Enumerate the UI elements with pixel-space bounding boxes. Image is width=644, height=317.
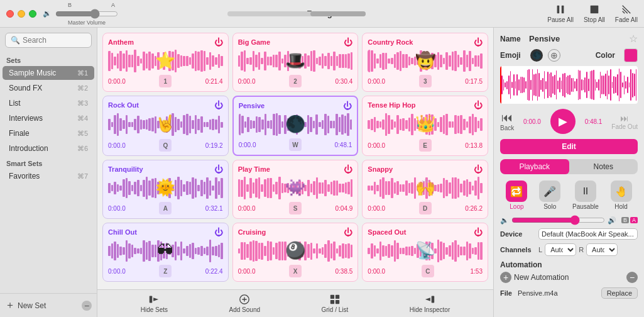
- search-input[interactable]: [23, 36, 86, 45]
- key-badge[interactable]: D: [419, 202, 432, 214]
- fade-all-button[interactable]: Fade All: [615, 4, 638, 23]
- hide-sets-button[interactable]: Hide Sets: [141, 294, 168, 313]
- sound-emoji: 🌞: [155, 178, 175, 197]
- svg-rect-7: [330, 300, 334, 304]
- sound-waveform-body: 🤠: [368, 50, 483, 72]
- key-badge[interactable]: 1: [159, 75, 172, 87]
- pausable-button[interactable]: ⏸ Pausable: [572, 181, 599, 210]
- remove-set-button[interactable]: −: [82, 301, 92, 311]
- grid-list-icon: [329, 294, 341, 305]
- sound-emoji: 🕶: [157, 241, 173, 260]
- minimize-button[interactable]: [18, 10, 25, 18]
- sound-card-header: Cruising ⏻: [238, 227, 353, 237]
- sidebar-item-interviews[interactable]: Interviews ⌘4: [3, 111, 94, 125]
- remove-automation-button[interactable]: −: [626, 272, 638, 283]
- time-end: 0:26.2: [465, 205, 483, 212]
- sound-card-tense-hip-hop[interactable]: Tense Hip Hop ⏻ 👑 0:00.0 E 0:13.8: [362, 96, 488, 156]
- key-badge[interactable]: S: [289, 202, 302, 214]
- sound-emoji: 🎩: [285, 51, 305, 70]
- inspector-waveform-bars: [500, 66, 638, 104]
- sidebar-item-finale[interactable]: Finale ⌘5: [3, 126, 94, 140]
- hide-inspector-button[interactable]: Hide Inspector: [410, 294, 450, 313]
- sound-card-header: Snappy ⏻: [368, 164, 483, 174]
- master-volume-slider[interactable]: [55, 9, 118, 19]
- stop-all-button[interactable]: Stop All: [584, 4, 605, 23]
- hold-button[interactable]: 🤚 Hold: [611, 181, 632, 210]
- sound-emoji: 📡: [415, 241, 435, 260]
- sound-card-country-rock[interactable]: Country Rock ⏻ 🤠 0:00.0 3 0:17.5: [362, 33, 488, 92]
- sound-card-header: Play Time ⏻: [238, 164, 353, 174]
- add-sound-button[interactable]: Add Sound: [229, 294, 261, 313]
- device-select[interactable]: Default (MacBook Air Speak...: [538, 228, 638, 240]
- loop-button[interactable]: 🔁 Loop: [506, 181, 527, 210]
- channels-row: Channels L Auto R Auto: [494, 242, 644, 258]
- inspector-tabs: Playback Notes: [500, 159, 638, 174]
- time-end: 0:32.1: [205, 205, 223, 212]
- sound-volume-slider[interactable]: [511, 215, 605, 225]
- key-badge[interactable]: A: [159, 202, 172, 214]
- stop-icon: [589, 4, 600, 15]
- sound-card-spaced-out[interactable]: Spaced Out ⏻ 📡 0:00.0 C 1:53: [362, 223, 488, 282]
- color-swatch[interactable]: [624, 48, 638, 62]
- sound-card-anthem[interactable]: Anthem ⏻ ⭐ 0:00.0 1 0:21.4: [102, 33, 229, 92]
- sidebar-item-favorites[interactable]: Favorites ⌘7: [3, 169, 94, 183]
- replace-button[interactable]: Replace: [601, 287, 638, 299]
- sound-card-tranquility[interactable]: Tranquility ⏻ 🌞 0:00.0 A 0:32.1: [102, 160, 229, 219]
- sidebar-item-sample-music[interactable]: Sample Music ⌘1: [3, 66, 94, 80]
- time-end: 0:48.1: [335, 142, 352, 148]
- playback-tab[interactable]: Playback: [500, 159, 569, 174]
- key-badge[interactable]: C: [422, 265, 434, 277]
- new-set-button[interactable]: ＋ New Set: [5, 299, 46, 312]
- sound-waveform-body: 🤘: [108, 113, 223, 136]
- channel-r-select[interactable]: Auto: [586, 243, 618, 256]
- key-badge[interactable]: 2: [289, 75, 302, 87]
- key-badge[interactable]: 3: [419, 75, 432, 87]
- inspector: Name Pensive ☆ Emoji 🌑 ⊕ Color ⏮ Back 0:…: [493, 28, 644, 317]
- edit-button[interactable]: Edit: [500, 139, 638, 154]
- maximize-button[interactable]: [29, 10, 36, 18]
- sound-card-play-time[interactable]: Play Time ⏻ 👾 0:00.0 S 0:04.9: [232, 160, 359, 219]
- main-layout: 🔍 Sets Sample Music ⌘1 Sound FX ⌘2 List …: [0, 28, 644, 317]
- key-badge[interactable]: Q: [159, 139, 172, 152]
- sound-card-cruising[interactable]: Cruising ⏻ 🎱 0:00.0 X 0:38.5: [232, 223, 359, 282]
- sound-emoji: ⭐: [155, 51, 175, 70]
- power-icon: ⏻: [214, 227, 223, 237]
- solo-button[interactable]: 🎤 Solo: [539, 181, 560, 210]
- add-automation-button[interactable]: +: [500, 272, 511, 283]
- sound-card-snappy[interactable]: Snappy ⏻ 🙌 0:00.0 D 0:26.2: [362, 160, 488, 219]
- sidebar-item-sound-fx[interactable]: Sound FX ⌘2: [3, 81, 94, 95]
- titlebar: 🔉 B A Master Volume Farrago Pause All: [0, 0, 644, 28]
- close-button[interactable]: [6, 10, 14, 18]
- power-icon: ⏻: [474, 164, 483, 174]
- fade-out-button[interactable]: ⏭: [620, 113, 629, 123]
- back-button[interactable]: ⏮: [501, 111, 513, 125]
- time-end: 0:30.4: [336, 78, 353, 85]
- pause-all-button[interactable]: Pause All: [547, 4, 574, 23]
- key-badge[interactable]: W: [289, 138, 302, 151]
- sound-card-pensive[interactable]: Pensive ⏻ 🌑 0:00.0 W 0:48.1: [232, 96, 359, 156]
- sound-card-header: Tense Hip Hop ⏻: [368, 100, 483, 110]
- key-badge[interactable]: Z: [159, 265, 172, 277]
- sound-card-big-game[interactable]: Big Game ⏻ 🎩 0:00.0 2 0:30.4: [232, 33, 359, 92]
- sound-card-rock-out[interactable]: Rock Out ⏻ 🤘 0:00.0 Q 0:19.2: [102, 96, 229, 156]
- grid-list-button[interactable]: Grid / List: [321, 294, 348, 313]
- sound-card-chill-out[interactable]: Chill Out ⏻ 🕶 0:00.0 Z 0:22.4: [102, 223, 229, 282]
- sidebar-item-list[interactable]: List ⌘3: [3, 96, 94, 110]
- favorite-button[interactable]: ☆: [629, 33, 638, 45]
- sound-card-header: Spaced Out ⏻: [368, 227, 483, 237]
- emoji-row: Emoji 🌑 ⊕ Color: [494, 47, 644, 64]
- time-end: 0:21.4: [205, 78, 223, 85]
- search-field[interactable]: 🔍: [5, 33, 92, 48]
- play-button[interactable]: ▶: [550, 109, 576, 134]
- emoji-add-button[interactable]: ⊕: [548, 49, 560, 62]
- key-badge[interactable]: X: [289, 265, 302, 277]
- time-start: 0:00.0: [368, 268, 385, 275]
- sound-waveform-body: 👾: [238, 177, 353, 199]
- sidebar-item-introduction[interactable]: Introduction ⌘6: [3, 142, 94, 155]
- time-start-display: 0:00.0: [523, 118, 541, 125]
- notes-tab[interactable]: Notes: [569, 159, 638, 174]
- sound-card-footer: 0:00.0 E 0:13.8: [368, 139, 483, 152]
- channel-l-select[interactable]: Auto: [545, 243, 576, 256]
- key-badge[interactable]: E: [419, 139, 432, 152]
- sidebar-footer: ＋ New Set −: [0, 293, 97, 317]
